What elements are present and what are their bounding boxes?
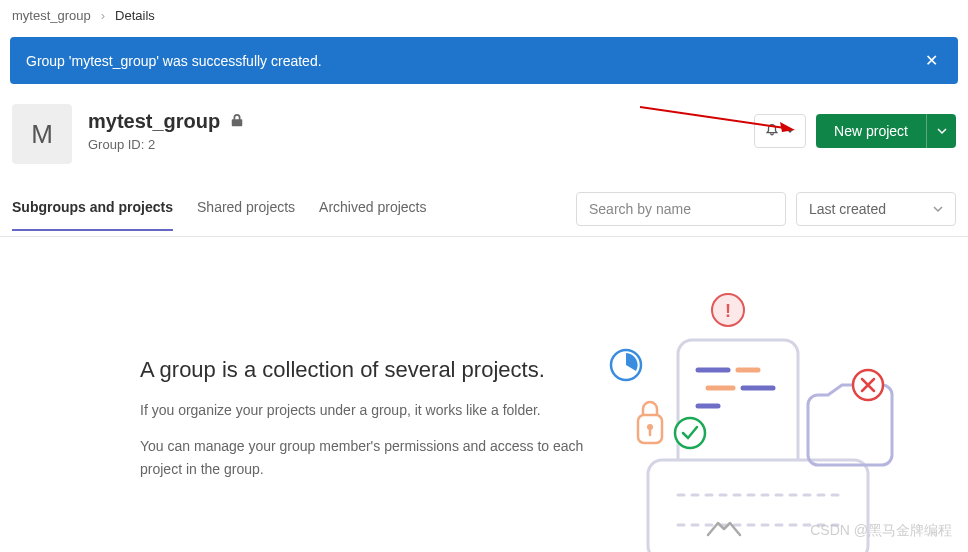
chevron-down-icon: [937, 124, 947, 139]
breadcrumb: mytest_group › Details: [0, 0, 968, 31]
chevron-right-icon: ›: [101, 8, 105, 23]
breadcrumb-parent[interactable]: mytest_group: [12, 8, 91, 23]
close-icon[interactable]: ✕: [921, 51, 942, 70]
group-avatar: M: [12, 104, 72, 164]
group-id-label: Group ID: 2: [88, 137, 738, 152]
tab-archived[interactable]: Archived projects: [319, 199, 426, 230]
watermark: CSDN @黑马金牌编程: [810, 522, 952, 540]
empty-desc-2: You can manage your group member's permi…: [140, 435, 600, 480]
search-input[interactable]: [576, 192, 786, 226]
svg-text:!: !: [725, 301, 731, 321]
tab-shared[interactable]: Shared projects: [197, 199, 295, 230]
empty-illustration: !: [578, 280, 918, 552]
breadcrumb-current: Details: [115, 8, 155, 23]
new-project-dropdown[interactable]: [926, 114, 956, 148]
tab-subgroups[interactable]: Subgroups and projects: [12, 199, 173, 231]
empty-title: A group is a collection of several proje…: [140, 357, 600, 383]
sort-dropdown[interactable]: Last created: [796, 192, 956, 226]
new-project-button[interactable]: New project: [816, 114, 926, 148]
alert-message: Group 'mytest_group' was successfully cr…: [26, 53, 322, 69]
empty-desc-1: If you organize your projects under a gr…: [140, 399, 600, 421]
success-alert: Group 'mytest_group' was successfully cr…: [10, 37, 958, 84]
sort-selected-label: Last created: [809, 201, 886, 217]
notification-dropdown[interactable]: [754, 114, 806, 148]
chevron-down-icon: [933, 201, 943, 217]
group-header: M mytest_group Group ID: 2 New project: [0, 84, 968, 174]
group-title: mytest_group: [88, 110, 220, 133]
tabs-row: Subgroups and projects Shared projects A…: [0, 174, 968, 237]
svg-point-14: [675, 418, 705, 448]
chevron-down-icon: [785, 123, 795, 139]
lock-icon: [230, 113, 244, 130]
bell-icon: [765, 123, 779, 140]
